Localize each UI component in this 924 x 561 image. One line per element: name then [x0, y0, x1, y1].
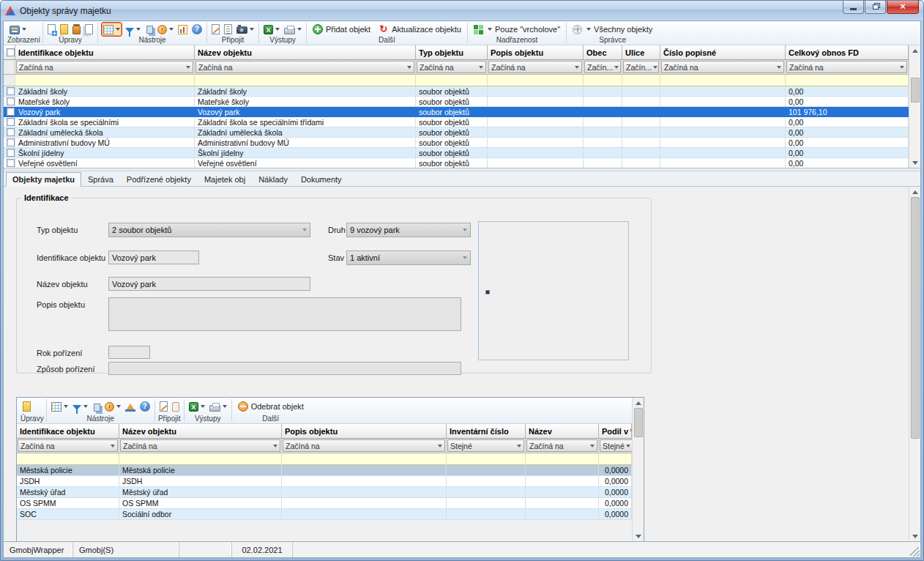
row-checkbox[interactable]	[7, 149, 15, 157]
write-note-icon[interactable]	[159, 401, 168, 412]
filter-input[interactable]	[416, 75, 488, 86]
row-checkbox[interactable]	[7, 159, 15, 167]
filter-operator[interactable]: Stejné	[600, 439, 632, 452]
column-header-nazev[interactable]: Název objektu	[195, 45, 416, 60]
only-top-button[interactable]: Pouze "vrcholove"	[472, 24, 562, 34]
all-objects-button[interactable]: Všechny objekty	[570, 24, 655, 34]
column-header-cislo[interactable]: Číslo popisné	[660, 45, 786, 60]
filter-operator[interactable]: Začíná na	[488, 61, 582, 73]
scroll-up-icon[interactable]	[910, 45, 920, 56]
filter-input[interactable]	[786, 75, 909, 86]
scheduler-icon[interactable]	[157, 23, 174, 35]
druh-combo[interactable]: 9 vozový park	[346, 223, 471, 237]
filter-operator[interactable]: Začíná na	[526, 439, 597, 452]
table-row[interactable]: Základní školy Základní školy soubor obj…	[4, 86, 909, 97]
titlebar[interactable]: Objekty správy majetku	[1, 1, 923, 21]
restore-button[interactable]	[865, 1, 886, 14]
list-icon[interactable]	[223, 23, 233, 35]
print-icon[interactable]	[209, 401, 228, 412]
select-all-checkbox[interactable]	[7, 48, 15, 56]
help-icon[interactable]	[139, 401, 151, 412]
table-row[interactable]: Administrativní budovy MÚ Administrativn…	[4, 138, 909, 148]
table-row[interactable]: Základní umělecká škola Základní uměleck…	[4, 127, 909, 138]
column-header-fd[interactable]: Celkový obnos FD	[786, 45, 909, 60]
filter-operator[interactable]: Začín...	[584, 61, 621, 73]
excel-icon[interactable]	[263, 23, 280, 35]
popis-objektu-field[interactable]	[108, 297, 461, 331]
print-icon[interactable]	[283, 23, 302, 35]
help-icon[interactable]	[191, 23, 203, 35]
filter-operator[interactable]: Začíná na	[16, 61, 193, 73]
stav-combo[interactable]: 1 aktivní	[346, 250, 471, 265]
camera-icon[interactable]	[236, 23, 255, 34]
edit-record-icon[interactable]	[59, 23, 69, 35]
scheduler-icon[interactable]	[104, 401, 122, 412]
filter-input[interactable]	[599, 453, 632, 465]
typ-objektu-combo[interactable]: 2 soubor objektů	[108, 223, 310, 237]
table-row[interactable]: OS SPMM OS SPMM 0,0000	[17, 498, 632, 509]
table-row[interactable]: Mateřské školy Mateřské školy soubor obj…	[4, 97, 909, 107]
table-row[interactable]: Školní jídelny Školní jídelny soubor obj…	[4, 148, 909, 158]
row-checkbox[interactable]	[7, 87, 15, 95]
views-icon[interactable]	[9, 23, 27, 35]
column-header-identifikace[interactable]: Identifikace objektu	[17, 424, 119, 439]
content-scrollbar[interactable]	[909, 187, 920, 541]
filter-icon[interactable]	[124, 25, 141, 34]
filter-input[interactable]	[584, 75, 622, 86]
table-row[interactable]: Veřejné osvětlení Veřejné osvětlení soub…	[4, 158, 909, 168]
remove-object-button[interactable]: Odebrat objekt	[236, 401, 306, 412]
scroll-down-icon[interactable]	[910, 157, 920, 168]
update-object-button[interactable]: Aktualizace objektu	[376, 23, 463, 34]
filter-input[interactable]	[526, 453, 599, 465]
column-header-nazev[interactable]: Název objektu	[119, 424, 282, 439]
column-header-inventarni[interactable]: Inventární číslo	[447, 424, 526, 439]
row-checkbox[interactable]	[7, 97, 15, 105]
add-object-button[interactable]: Přidat objekt	[310, 24, 373, 34]
filter-operator[interactable]: Začíná na	[786, 61, 907, 73]
row-checkbox[interactable]	[7, 108, 15, 116]
tab-objekty-majetku[interactable]: Objekty majetku	[6, 172, 81, 187]
scroll-down-icon[interactable]	[910, 531, 920, 541]
filter-operator[interactable]: Začíná na	[195, 61, 414, 73]
scroll-up-icon[interactable]	[633, 398, 644, 408]
zpusob-porizeni-field[interactable]	[108, 362, 461, 375]
table-row[interactable]: SOC Sociální odbor 0,0000	[17, 509, 632, 520]
row-checkbox[interactable]	[7, 128, 15, 136]
filter-input[interactable]	[660, 75, 786, 86]
identifikace-objektu-field[interactable]: Vozový park	[108, 250, 199, 264]
tab-dokumenty[interactable]: Dokumenty	[294, 172, 349, 186]
filter-input[interactable]	[119, 453, 282, 465]
column-header-identifikace[interactable]: Identifikace objektu	[15, 45, 195, 60]
table-row[interactable]: Městský úřad Městský úřad 0,0000	[17, 487, 632, 498]
column-header-popis[interactable]: Popis objektu	[282, 424, 447, 439]
filter-operator[interactable]: Stejné	[447, 439, 524, 452]
tab-podrizene-objekty[interactable]: Podřízené objekty	[120, 172, 198, 186]
filter-operator[interactable]: Začíná na	[417, 61, 486, 73]
nazev-objektu-field[interactable]: Vozový park	[108, 277, 310, 291]
column-header-obec[interactable]: Obec	[584, 45, 622, 60]
row-checkbox[interactable]	[7, 118, 15, 126]
duplicates-icon[interactable]	[92, 401, 101, 412]
tab-sprava[interactable]: Správa	[81, 172, 120, 186]
scroll-up-icon[interactable]	[910, 187, 920, 197]
attachment-icon[interactable]	[171, 401, 180, 412]
chart-icon[interactable]	[177, 23, 188, 35]
edit-record-icon[interactable]	[22, 401, 31, 412]
table-row[interactable]: JSDH JSDH 0,0000	[17, 476, 632, 487]
grid-settings-icon[interactable]	[51, 401, 69, 412]
new-record-icon[interactable]	[47, 23, 56, 35]
scrollbar-thumb[interactable]	[911, 78, 920, 103]
column-header-nazev2[interactable]: Název	[526, 424, 599, 439]
minimize-button[interactable]	[843, 1, 864, 14]
scroll-down-icon[interactable]	[633, 531, 644, 541]
filter-input[interactable]	[195, 75, 416, 86]
column-header-podil[interactable]: Podil v %	[599, 424, 632, 439]
rok-porizeni-field[interactable]	[108, 346, 150, 359]
filter-input[interactable]	[622, 75, 660, 86]
scrollbar-thumb[interactable]	[911, 197, 920, 439]
filter-operator[interactable]: Začíná na	[661, 61, 784, 73]
column-header-typ[interactable]: Typ objektu	[416, 45, 488, 60]
tab-majetek-obj[interactable]: Majetek obj	[198, 172, 252, 186]
pyramid-icon[interactable]	[124, 401, 136, 412]
duplicates-icon[interactable]	[144, 23, 154, 34]
